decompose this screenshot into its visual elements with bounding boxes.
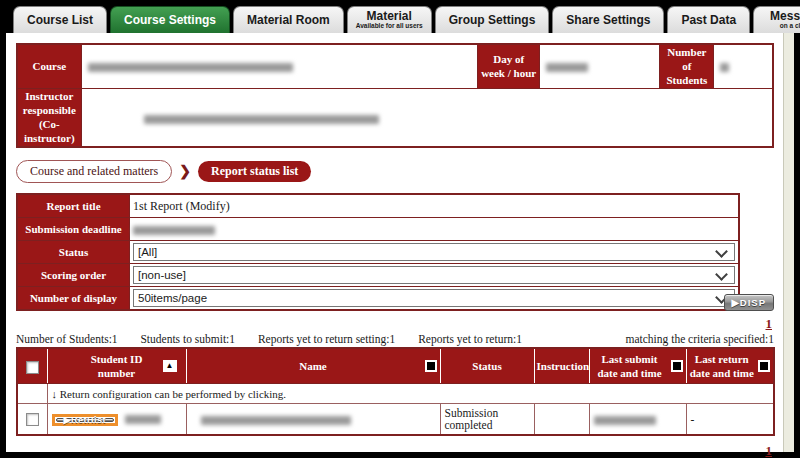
instruction-cell (534, 404, 589, 436)
num-students-label: Number of Students (660, 44, 714, 89)
tab-label: Share Settings (566, 14, 650, 27)
tab-sublabel: Available for all users (356, 23, 423, 30)
filter-table: Report title 1st Report (Modify) Submiss… (16, 193, 740, 311)
status-select[interactable]: [All] (133, 243, 735, 261)
summary-line: Number of Students:1 Students to submit:… (16, 333, 774, 345)
table-row: ▶RetHist Submission completed - (17, 404, 774, 436)
tab-group-settings[interactable]: Group Settings (435, 6, 550, 33)
tab-label: Message (770, 10, 800, 23)
num-students-value (714, 44, 773, 89)
hint-row: ↓ Return configuration can be performed … (17, 384, 774, 404)
redacted-submit-datetime (594, 416, 656, 425)
scoring-order-select-value: [non-use] (138, 269, 186, 281)
tab-label: Material Room (247, 14, 330, 27)
last-return-column-checkbox[interactable] (758, 360, 770, 372)
results-header-row: Student ID number ▲ Name Status Instruct… (17, 348, 774, 384)
day-of-week-label: Day of week / hour (478, 44, 540, 89)
number-of-display-select[interactable]: 50items/page (133, 289, 735, 307)
tab-label: Past Data (681, 14, 736, 27)
instruction-header: Instruction (537, 360, 590, 372)
sort-ascending-icon[interactable]: ▲ (163, 360, 177, 372)
student-name-cell (186, 404, 440, 436)
tab-sublabel: on a class (780, 23, 800, 30)
submission-deadline-label: Submission deadline (17, 218, 130, 241)
student-id-cell: ▶RetHist (47, 404, 186, 436)
report-title-value: 1st Report (Modify) (130, 194, 740, 218)
redacted-student-count (720, 63, 729, 72)
summary-matching-count: matching the criteria specified:1 (626, 333, 774, 345)
scoring-order-select[interactable]: [non-use] (133, 266, 735, 284)
course-info-table: Course Day of week / hour Number of Stud… (16, 43, 774, 148)
page-1-link-top[interactable]: 1 (766, 316, 773, 331)
row-checkbox[interactable] (26, 413, 39, 426)
tab-label: Course Settings (124, 14, 216, 27)
main-content: Course Day of week / hour Number of Stud… (6, 33, 783, 452)
redacted-course-name (88, 63, 293, 72)
last-return-header: Last return date and time (690, 353, 754, 379)
course-value (81, 44, 478, 89)
last-submit-column-checkbox[interactable] (671, 360, 683, 372)
tab-label: Course List (27, 14, 93, 27)
filter-section: Report title 1st Report (Modify) Submiss… (16, 193, 774, 311)
name-header: Name (299, 360, 327, 372)
summary-yet-to-return: Reports yet to return:1 (418, 333, 522, 345)
tab-label: Material (367, 10, 412, 23)
last-submit-cell (589, 404, 686, 436)
summary-counts: Number of Students:1 Students to submit:… (16, 333, 542, 345)
redacted-student-id (125, 415, 161, 424)
instructor-label: Instructor responsible (Co-instructor) (17, 89, 81, 148)
number-of-display-select-value: 50items/page (138, 292, 207, 304)
tab-material-room[interactable]: Material Room (233, 6, 344, 33)
summary-number-of-students: Number of Students:1 (16, 333, 118, 345)
submission-deadline-value (130, 218, 740, 241)
rethist-button[interactable]: ▶RetHist (56, 418, 114, 422)
results-table: Student ID number ▲ Name Status Instruct… (16, 347, 775, 436)
summary-yet-to-return-setting: Reports yet to return setting:1 (258, 333, 395, 345)
breadcrumb-course-related-button[interactable]: Course and related matters (16, 160, 172, 183)
select-all-checkbox[interactable] (26, 361, 39, 374)
redacted-student-name (201, 416, 351, 425)
course-label: Course (17, 44, 81, 89)
return-config-hint: ↓ Return configuration can be performed … (47, 384, 774, 404)
pagination-top: 1 (16, 316, 774, 332)
status-cell: Submission completed (440, 404, 534, 436)
last-submit-header: Last submit date and time (597, 353, 661, 379)
status-select-value: [All] (138, 246, 157, 258)
redacted-instructor-name (144, 115, 379, 124)
tab-past-data[interactable]: Past Data (667, 6, 750, 33)
page-1-link-bottom[interactable]: 1 (766, 443, 773, 458)
tab-course-list[interactable]: Course List (13, 6, 107, 33)
name-column-checkbox[interactable] (425, 360, 437, 372)
breadcrumb-chevron-icon: ❯ (179, 163, 191, 180)
summary-students-to-submit: Students to submit:1 (140, 333, 235, 345)
status-label: Status (17, 241, 130, 264)
scoring-order-label: Scoring order (17, 264, 130, 287)
report-title-label: Report title (17, 194, 130, 218)
tab-bar: Course List Course Settings Material Roo… (6, 5, 794, 33)
rethist-highlight-box: ▶RetHist (52, 414, 118, 426)
day-of-week-value (540, 44, 660, 89)
disp-button[interactable]: ▶DISP (724, 294, 774, 311)
tab-material-all-users[interactable]: Material Available for all users (347, 6, 432, 33)
page-edge-strip (783, 33, 794, 452)
breadcrumb: Course and related matters ❯ Report stat… (16, 160, 774, 183)
chevron-down-icon (715, 245, 728, 258)
breadcrumb-report-status-button[interactable]: Report status list (198, 161, 311, 182)
redacted-day-of-week (546, 63, 588, 72)
pagination-bottom: 1 (16, 443, 774, 458)
tab-share-settings[interactable]: Share Settings (552, 6, 664, 33)
tab-course-settings[interactable]: Course Settings (110, 6, 230, 33)
status-header: Status (472, 360, 501, 372)
redacted-deadline (133, 226, 215, 235)
number-of-display-label: Number of display (17, 287, 130, 311)
tab-message[interactable]: Message on a class (753, 6, 800, 33)
last-return-cell: - (686, 404, 774, 436)
tab-label: Group Settings (449, 14, 536, 27)
instructor-value (81, 89, 773, 148)
chevron-down-icon (715, 268, 728, 281)
student-id-header: Student ID number (81, 352, 153, 381)
